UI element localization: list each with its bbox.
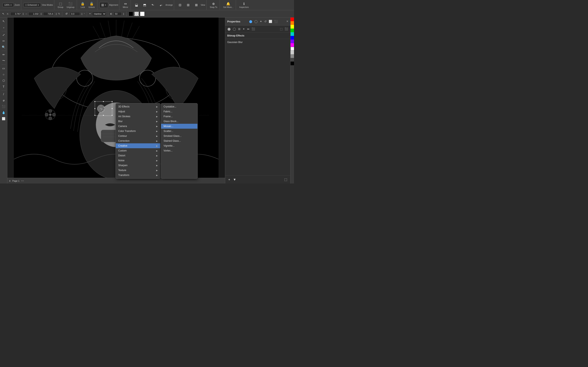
menu-item-art-strokes[interactable]: Art Strokes ▶ [116, 114, 160, 119]
submenu-crystallize[interactable]: Crystalize... [161, 104, 198, 109]
freehand-tool[interactable]: ✏ [1, 52, 7, 58]
menu-item-custom[interactable]: Custom ▶ [116, 148, 160, 153]
posx-spinner[interactable]: ▲▼ [56, 12, 57, 15]
view-btn-3[interactable]: ⊠ [192, 2, 200, 8]
menu-item-creative[interactable]: Creative ▶ [116, 143, 160, 148]
panel-icon-4[interactable]: ✦ [242, 27, 246, 31]
color-swatch-darkgray[interactable] [291, 58, 294, 62]
panel-close-button[interactable]: × [286, 20, 288, 23]
pointer-tool[interactable]: ↖ [1, 18, 7, 24]
eyedropper-tool[interactable]: 💧 [1, 110, 7, 115]
lock-button[interactable]: 🔒 Lock [79, 1, 86, 9]
panel-icon-7[interactable]: ⬚ [279, 27, 283, 31]
transform-tool[interactable]: ⤢ [1, 32, 7, 38]
color-swatch-orange[interactable] [291, 21, 294, 25]
color-swatch-blue[interactable] [291, 36, 294, 40]
panel-tab-stroke[interactable]: ◯ [254, 19, 258, 24]
mirror-button[interactable]: ⇔ Mirror [121, 1, 129, 9]
effect-action-button[interactable]: ⬚ [283, 177, 288, 182]
submenu-stained-glass[interactable]: Stained Glass... [161, 138, 198, 143]
menu-item-camera[interactable]: Camera ▶ [116, 124, 160, 129]
panel-icon-2[interactable]: ◯ [232, 27, 237, 31]
view-btn-1[interactable]: ⊟ [176, 2, 183, 8]
ungroup-button[interactable]: ⬛ Ungroup [65, 1, 76, 9]
arrange-btn-1[interactable]: ⬓ [133, 2, 140, 8]
node-tool[interactable]: ⬦ [1, 25, 7, 30]
panel-icon-1[interactable]: ⬤ [227, 27, 231, 31]
color-swatch-yellow[interactable] [291, 25, 294, 29]
rot-spinner[interactable]: ▲▼ [81, 12, 83, 15]
color-swatch-violet[interactable] [291, 40, 294, 43]
ellipse-tool[interactable]: ○ [1, 72, 7, 77]
submenu-mosaic[interactable]: Mosaic... [161, 124, 198, 129]
pos-x-input[interactable] [43, 12, 54, 16]
select-tool-btn[interactable]: ↖ [1, 12, 6, 16]
color-swatch-black[interactable] [291, 62, 294, 65]
panel-tab-transform[interactable]: ↺ [264, 19, 267, 24]
zoom-dropdown[interactable]: 126% ▼ [2, 3, 14, 7]
opacity-input[interactable] [113, 12, 122, 16]
color-swatch-red[interactable] [291, 17, 294, 21]
arrange-btn-2[interactable]: ⬒ [141, 2, 148, 8]
menu-item-3d-effects[interactable]: 3D Effects ▶ [116, 104, 160, 109]
group-button[interactable]: ⬚ Group [56, 1, 65, 9]
menu-item-adjust[interactable]: Adjust ▶ [116, 109, 160, 114]
page-options-button[interactable]: ⋯ [21, 179, 24, 183]
canvas-area[interactable]: 3D Effects ▶ Adjust ▶ Art Strokes ▶ Blur… [7, 17, 225, 184]
menu-item-transform[interactable]: Transform ▶ [116, 173, 160, 178]
x-input[interactable] [10, 12, 22, 16]
submenu-glass-block[interactable]: Glass Block... [161, 119, 198, 124]
blend-tool[interactable]: ⌀ [1, 98, 7, 103]
menu-item-blur[interactable]: Blur ▶ [116, 119, 160, 124]
rotation-icon-btn[interactable]: ↺ [64, 12, 69, 16]
menu-item-noise[interactable]: Noise ▶ [116, 158, 160, 163]
color-swatch-lightgray[interactable] [291, 50, 294, 54]
fill-tool[interactable]: ⬛ [1, 104, 7, 109]
submenu-vortex[interactable]: Vortex... [161, 148, 198, 153]
submenu-frame[interactable]: Frame... [161, 114, 198, 119]
submenu-vignette[interactable]: Vignette... [161, 143, 198, 148]
alignment-dropdown[interactable]: ⊞ ▼ [99, 2, 108, 8]
arrange-btn-4[interactable]: ⬐ [157, 2, 165, 8]
panel-icon-5[interactable]: ⬅ [246, 27, 250, 31]
rotation-input[interactable] [70, 12, 80, 16]
effect-settings-dropdown[interactable]: ▼ [232, 177, 237, 182]
menu-item-correction[interactable]: Correction ▶ [116, 138, 160, 143]
pen-tool[interactable]: / [1, 91, 7, 97]
x-spinner[interactable]: ▲▼ [22, 12, 24, 15]
menu-item-distort[interactable]: Distort ▶ [116, 153, 160, 158]
view-btn-2[interactable]: ⊞ [184, 2, 192, 8]
w-input[interactable] [28, 12, 40, 16]
color-swatch-white[interactable] [291, 47, 294, 50]
opacity-spinner[interactable]: ▲▼ [123, 12, 124, 15]
fill-swatch[interactable] [129, 12, 133, 16]
panel-icon-3[interactable]: ⊞ [237, 27, 241, 31]
color-swatch-midgray[interactable] [291, 54, 294, 58]
get-more-button[interactable]: 🔔 Get More... [222, 1, 234, 9]
zoom-tool[interactable]: 🔍 [1, 44, 7, 50]
w-spinner[interactable]: ▲▼ [40, 12, 42, 15]
crop-tool[interactable]: ✂ [1, 38, 7, 44]
menu-item-contour[interactable]: Contour ▶ [116, 133, 160, 138]
color-swatch-magenta[interactable] [291, 43, 294, 47]
submenu-fabric[interactable]: Fabric... [161, 109, 198, 114]
rect-tool[interactable]: ▭ [1, 66, 7, 71]
smart-draw-tool[interactable]: 〜 [1, 58, 7, 64]
menu-item-texture[interactable]: Texture ▶ [116, 168, 160, 173]
menu-item-sharpen[interactable]: Sharpen ▶ [116, 163, 160, 168]
panel-tab-extra[interactable]: ⬛ [274, 19, 278, 24]
view-modes-dropdown[interactable]: ⬡ Enhanced ▼ [23, 3, 41, 7]
stroke-select[interactable]: Hairline [92, 12, 106, 16]
panel-icon-6[interactable]: ⬛ [251, 27, 256, 31]
add-page-button[interactable]: + [9, 179, 11, 183]
submenu-scatter[interactable]: Scatter... [161, 129, 198, 133]
inspectors-button[interactable]: ℹ Inspectors [238, 1, 250, 9]
bg-swatch[interactable] [140, 12, 145, 16]
eraser-tool[interactable]: ⬜ [1, 116, 7, 122]
panel-tab-effects[interactable]: ✦ [259, 19, 263, 24]
gaussian-blur-item[interactable]: Gaussian Blur [227, 40, 288, 44]
panel-tab-fill[interactable]: ⬤ [249, 19, 253, 24]
text-tool[interactable]: T [1, 84, 7, 90]
menu-item-color-transform[interactable]: Color Transform ▶ [116, 129, 160, 133]
color-swatch-cyan[interactable] [291, 32, 294, 36]
